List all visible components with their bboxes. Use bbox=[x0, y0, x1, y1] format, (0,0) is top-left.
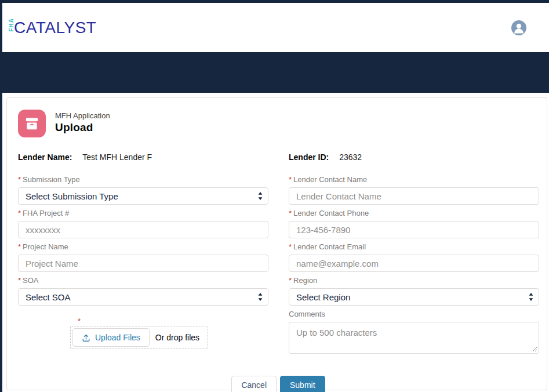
comments-label: Comments bbox=[289, 310, 325, 318]
page-title-block: MFH Application Upload bbox=[18, 110, 539, 137]
page-title: Upload bbox=[55, 121, 110, 135]
required-asterisk: * bbox=[18, 242, 21, 251]
user-avatar-button[interactable] bbox=[511, 20, 526, 35]
field-fha-project: *FHA Project # bbox=[18, 209, 268, 238]
lender-contact-name-input[interactable] bbox=[289, 187, 539, 205]
app-header: FHA CATALYST bbox=[2, 3, 549, 52]
left-edge-bar bbox=[0, 0, 2, 392]
field-lender-contact-phone: *Lender Contact Phone bbox=[289, 209, 539, 238]
navy-banner bbox=[0, 52, 549, 93]
required-asterisk: * bbox=[289, 209, 292, 217]
lender-name-label: Lender Name: bbox=[18, 153, 72, 162]
form-actions: Cancel Submit bbox=[18, 376, 539, 392]
lender-id-label: Lender ID: bbox=[289, 153, 329, 162]
lender-info-row: Lender Name: Test MFH Lender F Lender ID… bbox=[18, 153, 539, 162]
required-asterisk: * bbox=[18, 276, 21, 285]
upload-icon bbox=[82, 333, 90, 342]
lender-contact-name-label: Lender Contact Name bbox=[293, 175, 367, 184]
form-right-column: *Lender Contact Name *Lender Contact Pho… bbox=[289, 175, 539, 358]
required-asterisk: * bbox=[18, 209, 21, 217]
region-label: Region bbox=[293, 276, 317, 285]
select-spinner-icon bbox=[529, 293, 533, 302]
field-project-name: *Project Name bbox=[18, 242, 268, 272]
submission-type-label: Submission Type bbox=[23, 175, 80, 184]
region-select[interactable]: Select Region bbox=[289, 288, 539, 306]
required-asterisk: * bbox=[70, 317, 208, 325]
lender-name-value: Test MFH Lender F bbox=[82, 153, 152, 162]
upload-form-card: MFH Application Upload Lender Name: Test… bbox=[6, 97, 547, 390]
field-submission-type: *Submission Type Select Submission Type bbox=[18, 175, 268, 205]
comments-textarea[interactable] bbox=[289, 322, 539, 354]
lender-contact-email-input[interactable] bbox=[289, 255, 539, 272]
field-lender-contact-email: *Lender Contact Email bbox=[289, 242, 539, 272]
upload-files-button[interactable]: Upload Files bbox=[72, 328, 150, 347]
logo-fha-text: FHA bbox=[8, 24, 14, 32]
submit-button[interactable]: Submit bbox=[280, 376, 325, 392]
fha-project-label: FHA Project # bbox=[23, 209, 69, 217]
cancel-button[interactable]: Cancel bbox=[231, 376, 277, 392]
required-asterisk: * bbox=[289, 175, 292, 184]
select-spinner-icon bbox=[258, 293, 263, 302]
lender-id-value: 23632 bbox=[339, 153, 362, 162]
file-upload-section: * Upload Files Or drop files bbox=[70, 317, 208, 349]
lender-contact-phone-input[interactable] bbox=[289, 221, 539, 238]
required-asterisk: * bbox=[289, 242, 292, 251]
submission-type-select[interactable]: Select Submission Type bbox=[18, 187, 268, 205]
user-icon bbox=[511, 20, 526, 35]
page-subtitle: MFH Application bbox=[55, 111, 110, 121]
soa-select[interactable]: Select SOA bbox=[18, 288, 268, 306]
field-soa: *SOA Select SOA bbox=[18, 276, 268, 306]
logo-catalyst-text: CATALYST bbox=[14, 19, 96, 37]
box-icon bbox=[23, 114, 41, 133]
fha-catalyst-logo[interactable]: FHA CATALYST bbox=[7, 19, 96, 37]
lender-contact-email-label: Lender Contact Email bbox=[293, 242, 366, 251]
required-asterisk: * bbox=[18, 175, 21, 184]
field-comments: Comments bbox=[289, 310, 539, 354]
field-region: *Region Select Region bbox=[289, 276, 539, 306]
upload-form: *Submission Type Select Submission Type … bbox=[18, 175, 539, 358]
mfh-application-tile bbox=[18, 110, 46, 137]
select-spinner-icon bbox=[258, 192, 263, 201]
top-edge-bar bbox=[0, 0, 549, 3]
project-name-input[interactable] bbox=[18, 255, 268, 272]
file-dropzone[interactable]: Upload Files Or drop files bbox=[70, 326, 208, 349]
field-lender-contact-name: *Lender Contact Name bbox=[289, 175, 539, 205]
required-asterisk: * bbox=[289, 276, 292, 285]
drop-files-label: Or drop files bbox=[155, 333, 199, 342]
project-name-label: Project Name bbox=[23, 242, 68, 251]
form-left-column: *Submission Type Select Submission Type … bbox=[18, 175, 268, 358]
soa-label: SOA bbox=[23, 276, 38, 285]
fha-project-input[interactable] bbox=[18, 221, 268, 238]
lender-contact-phone-label: Lender Contact Phone bbox=[293, 209, 369, 217]
